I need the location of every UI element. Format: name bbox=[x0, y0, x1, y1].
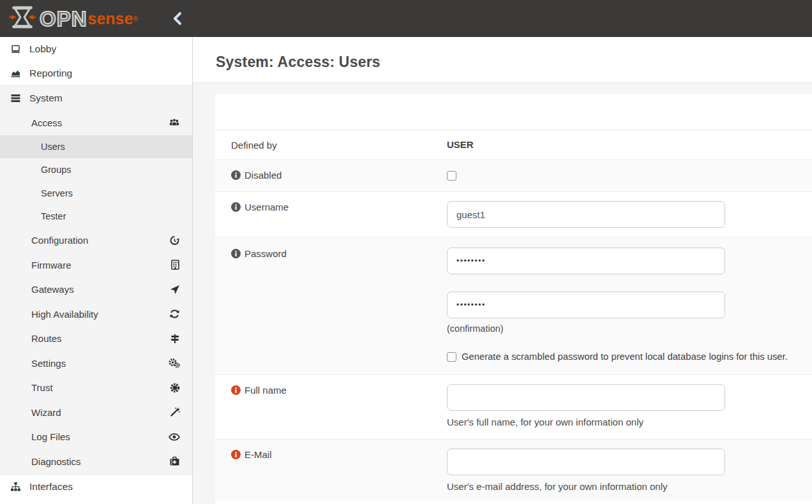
password-control-cell: (confirmation) Generate a scrambled pass… bbox=[447, 237, 812, 374]
scramble-password-checkbox[interactable] bbox=[447, 352, 456, 362]
sidebar-item-label: Gateways bbox=[31, 284, 74, 295]
sidebar-item-label: Firmware bbox=[31, 260, 71, 271]
defined-by-label-cell: Defined by bbox=[215, 130, 447, 159]
full-name-label-cell: Full name bbox=[215, 375, 447, 439]
magic-wand-icon bbox=[170, 407, 180, 417]
password-confirm-input[interactable] bbox=[447, 292, 725, 318]
page-title: System: Access: Users bbox=[216, 54, 380, 71]
sidebar-item-label: Users bbox=[41, 142, 65, 152]
area-chart-icon bbox=[8, 68, 22, 78]
sidebar-item-label: Interfaces bbox=[29, 481, 73, 493]
building-icon bbox=[170, 260, 180, 270]
sidebar-item-users[interactable]: Users bbox=[0, 135, 192, 159]
sidebar-item-groups[interactable]: Groups bbox=[0, 158, 192, 182]
email-control-cell: User's e-mail address, for your own info… bbox=[447, 440, 812, 501]
sidebar-item-tester[interactable]: Tester bbox=[0, 205, 192, 228]
full-name-help: User's full name, for your own informati… bbox=[447, 417, 806, 427]
sidebar-item-lobby[interactable]: Lobby bbox=[0, 37, 192, 61]
username-label: Username bbox=[244, 202, 289, 212]
disabled-label: Disabled bbox=[244, 170, 282, 181]
username-input[interactable] bbox=[447, 201, 725, 228]
sidebar-item-trust[interactable]: Trust bbox=[0, 376, 192, 401]
page-header: System: Access: Users bbox=[193, 37, 812, 83]
full-name-control-cell: User's full name, for your own informati… bbox=[447, 375, 812, 439]
sidebar-item-label: Log Files bbox=[31, 431, 70, 442]
info-icon-alert[interactable] bbox=[231, 450, 241, 461]
sidebar-item-label: Routes bbox=[31, 333, 62, 344]
email-label: E-Mail bbox=[244, 449, 272, 460]
sidebar-item-settings[interactable]: Settings bbox=[0, 351, 192, 376]
sidebar-item-label: System bbox=[29, 93, 63, 104]
sidebar-item-label: Trust bbox=[31, 382, 53, 393]
password-label-cell: Password bbox=[215, 237, 447, 374]
form-row-disabled: Disabled bbox=[215, 159, 812, 191]
chevron-left-icon bbox=[172, 11, 182, 26]
sidebar-item-firmware[interactable]: Firmware bbox=[0, 253, 192, 278]
gears-icon bbox=[169, 358, 180, 368]
password-input[interactable] bbox=[447, 248, 725, 274]
scramble-password-row: Generate a scrambled password to prevent… bbox=[447, 352, 806, 362]
form-row-email: E-Mail User's e-mail address, for your o… bbox=[215, 439, 812, 501]
sidebar-item-gateways[interactable]: Gateways bbox=[0, 278, 192, 302]
sidebar-item-interfaces[interactable]: Interfaces bbox=[0, 475, 192, 499]
sidebar-item-system[interactable]: System bbox=[0, 86, 192, 110]
disabled-control-cell bbox=[447, 160, 812, 191]
disabled-checkbox[interactable] bbox=[447, 171, 456, 181]
sidebar-collapse-button[interactable] bbox=[172, 11, 182, 26]
email-input[interactable] bbox=[447, 448, 725, 475]
info-icon-alert[interactable] bbox=[231, 385, 241, 397]
user-form-panel: Defined by USER Disabled bbox=[215, 94, 812, 504]
info-icon[interactable] bbox=[231, 170, 241, 182]
defined-by-label: Defined by bbox=[231, 140, 277, 151]
full-name-input[interactable] bbox=[447, 384, 725, 411]
opnsense-hourglass-icon bbox=[9, 4, 36, 33]
info-icon[interactable] bbox=[231, 202, 241, 214]
opnsense-logo[interactable]: OPNsense® bbox=[9, 4, 138, 33]
sidebar-item-label: Groups bbox=[41, 165, 71, 175]
sidebar-item-wizard[interactable]: Wizard bbox=[0, 400, 192, 425]
username-label-cell: Username bbox=[215, 192, 447, 237]
sidebar-item-label: Settings bbox=[31, 358, 66, 369]
disabled-label-cell: Disabled bbox=[215, 160, 447, 191]
eye-icon bbox=[169, 432, 180, 442]
sidebar-item-diagnostics[interactable]: Diagnostics bbox=[0, 449, 192, 474]
location-arrow-icon bbox=[170, 285, 180, 295]
topbar: OPNsense® bbox=[0, 0, 812, 37]
sidebar-item-configuration[interactable]: Configuration bbox=[0, 228, 192, 253]
sidebar-item-label: High Availability bbox=[31, 309, 98, 320]
email-label-cell: E-Mail bbox=[215, 440, 447, 501]
refresh-icon bbox=[169, 309, 180, 319]
email-help: User's e-mail address, for your own info… bbox=[447, 481, 806, 492]
sidebar-item-reporting[interactable]: Reporting bbox=[0, 61, 192, 85]
map-signs-icon bbox=[170, 334, 180, 344]
sidebar-item-label: Lobby bbox=[29, 43, 56, 55]
sidebar-item-label: Diagnostics bbox=[31, 456, 81, 467]
scramble-password-label: Generate a scrambled password to prevent… bbox=[462, 352, 788, 362]
password-label: Password bbox=[244, 248, 287, 259]
history-icon bbox=[169, 235, 180, 246]
main-area: System: Access: Users Defined by USER bbox=[193, 37, 812, 504]
sidebar-item-label: Configuration bbox=[31, 235, 88, 246]
content-area: Defined by USER Disabled bbox=[193, 83, 812, 504]
tasks-icon bbox=[8, 93, 22, 103]
logo-text-opn: OPN bbox=[40, 8, 87, 29]
sidebar-item-access[interactable]: Access bbox=[0, 110, 192, 135]
sidebar: Lobby Reporting System Access bbox=[0, 37, 193, 504]
sidebar-item-log-files[interactable]: Log Files bbox=[0, 425, 192, 450]
certificate-icon bbox=[170, 383, 180, 393]
laptop-icon bbox=[8, 44, 22, 54]
sidebar-item-label: Access bbox=[31, 117, 62, 128]
logo-registered-mark: ® bbox=[133, 15, 137, 22]
username-control-cell bbox=[447, 192, 812, 237]
form-row-defined-by: Defined by USER bbox=[215, 130, 812, 159]
sidebar-item-high-availability[interactable]: High Availability bbox=[0, 302, 192, 327]
sidebar-item-label: Wizard bbox=[31, 407, 61, 418]
password-confirmation-note: (confirmation) bbox=[447, 323, 806, 334]
sidebar-item-label: Reporting bbox=[29, 68, 72, 79]
defined-by-value-cell: USER bbox=[447, 130, 812, 159]
full-name-label: Full name bbox=[244, 385, 287, 396]
sidebar-item-routes[interactable]: Routes bbox=[0, 327, 192, 352]
sidebar-item-label: Servers bbox=[41, 188, 73, 198]
info-icon[interactable] bbox=[231, 249, 241, 260]
sidebar-item-servers[interactable]: Servers bbox=[0, 182, 192, 205]
